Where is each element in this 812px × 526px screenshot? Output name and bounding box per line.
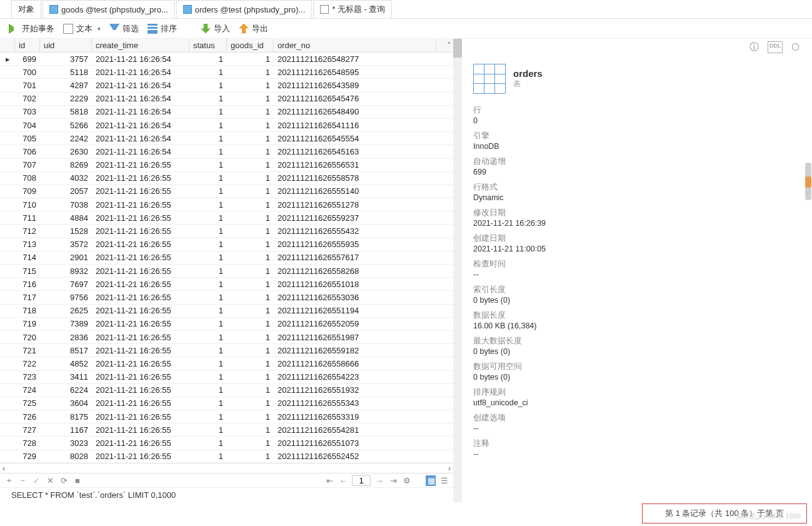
cell-uid[interactable]: 4032 — [40, 172, 92, 185]
sort-button[interactable]: 排序 — [148, 23, 177, 34]
cell-create-time[interactable]: 2021-11-21 16:26:55 — [92, 318, 189, 330]
cell-status[interactable]: 1 — [189, 278, 227, 290]
cell-order-no[interactable]: 202111211626545554 — [274, 132, 436, 144]
cell-id[interactable]: 728 — [15, 437, 40, 449]
cell-create-time[interactable]: 2021-11-21 16:26:54 — [92, 119, 189, 131]
table-row[interactable]: 703 5818 2021-11-21 16:26:54 1 1 2021112… — [0, 106, 453, 119]
table-row[interactable]: ▸ 699 3757 2021-11-21 16:26:54 1 1 20211… — [0, 53, 453, 66]
cell-status[interactable]: 1 — [189, 145, 227, 158]
add-row-button[interactable]: ＋ — [4, 475, 14, 486]
cell-goods-id[interactable]: 1 — [227, 172, 274, 185]
cell-order-no[interactable]: 202111211626554281 — [274, 423, 436, 436]
table-row[interactable]: 715 8932 2021-11-21 16:26:55 1 1 2021112… — [0, 265, 453, 278]
cell-status[interactable]: 1 — [189, 172, 227, 185]
right-scrollbar[interactable] — [805, 163, 811, 200]
table-row[interactable]: 729 8028 2021-11-21 16:26:55 1 1 2021112… — [0, 450, 453, 463]
cell-goods-id[interactable]: 1 — [227, 331, 274, 343]
cell-uid[interactable]: 9756 — [40, 291, 92, 303]
cell-create-time[interactable]: 2021-11-21 16:26:55 — [92, 397, 189, 410]
cell-order-no[interactable]: 202111211626559182 — [274, 344, 436, 357]
table-row[interactable]: 700 5118 2021-11-21 16:26:54 1 1 2021112… — [0, 66, 453, 79]
cell-order-no[interactable]: 202111211626555935 — [274, 238, 436, 251]
cell-goods-id[interactable]: 1 — [227, 225, 274, 237]
cell-create-time[interactable]: 2021-11-21 16:26:55 — [92, 238, 189, 251]
table-row[interactable]: 702 2229 2021-11-21 16:26:54 1 1 2021112… — [0, 93, 453, 106]
cell-goods-id[interactable]: 1 — [227, 198, 274, 211]
cell-order-no[interactable]: 202111211626551018 — [274, 278, 436, 290]
cell-goods-id[interactable]: 1 — [227, 79, 274, 91]
cell-status[interactable]: 1 — [189, 66, 227, 78]
horizontal-scrollbar[interactable]: ‹› — [0, 463, 453, 473]
tab[interactable]: 对象 — [11, 0, 41, 18]
prev-page-button[interactable]: ← — [338, 476, 348, 485]
cell-goods-id[interactable]: 1 — [227, 450, 274, 463]
cell-uid[interactable]: 2242 — [40, 132, 92, 144]
cell-status[interactable]: 1 — [189, 211, 227, 224]
cell-create-time[interactable]: 2021-11-21 16:26:55 — [92, 172, 189, 185]
cell-status[interactable]: 1 — [189, 251, 227, 264]
cell-status[interactable]: 1 — [189, 371, 227, 383]
cell-create-time[interactable]: 2021-11-21 16:26:55 — [92, 278, 189, 290]
cell-id[interactable]: 720 — [15, 331, 40, 343]
cell-create-time[interactable]: 2021-11-21 16:26:55 — [92, 423, 189, 436]
cell-id[interactable]: 709 — [15, 185, 40, 198]
cell-uid[interactable]: 4884 — [40, 211, 92, 224]
cell-create-time[interactable]: 2021-11-21 16:26:54 — [92, 93, 189, 105]
cell-create-time[interactable]: 2021-11-21 16:26:55 — [92, 251, 189, 264]
cell-order-no[interactable]: 202111211626551932 — [274, 384, 436, 397]
table-row[interactable]: 720 2836 2021-11-21 16:26:55 1 1 2021112… — [0, 331, 453, 344]
cell-goods-id[interactable]: 1 — [227, 119, 274, 131]
table-row[interactable]: 717 9756 2021-11-21 16:26:55 1 1 2021112… — [0, 291, 453, 304]
cell-order-no[interactable]: 202111211626545476 — [274, 93, 436, 105]
cell-order-no[interactable]: 202111211626541116 — [274, 119, 436, 131]
table-row[interactable]: 704 5266 2021-11-21 16:26:54 1 1 2021112… — [0, 119, 453, 132]
cell-id[interactable]: 727 — [15, 423, 40, 436]
cell-uid[interactable]: 2625 — [40, 305, 92, 317]
cell-goods-id[interactable]: 1 — [227, 159, 274, 171]
cell-create-time[interactable]: 2021-11-21 16:26:55 — [92, 344, 189, 357]
cell-create-time[interactable]: 2021-11-21 16:26:54 — [92, 79, 189, 91]
cell-uid[interactable]: 2836 — [40, 331, 92, 343]
cell-status[interactable]: 1 — [189, 132, 227, 144]
col-order-no[interactable]: order_no — [274, 39, 436, 52]
cell-goods-id[interactable]: 1 — [227, 318, 274, 330]
cell-uid[interactable]: 1528 — [40, 225, 92, 237]
cell-create-time[interactable]: 2021-11-21 16:26:55 — [92, 291, 189, 303]
cell-order-no[interactable]: 202111211626548277 — [274, 53, 436, 65]
cell-create-time[interactable]: 2021-11-21 16:26:54 — [92, 106, 189, 118]
cell-goods-id[interactable]: 1 — [227, 185, 274, 198]
cell-goods-id[interactable]: 1 — [227, 251, 274, 264]
cell-status[interactable]: 1 — [189, 238, 227, 251]
col-uid[interactable]: uid — [40, 39, 92, 52]
last-page-button[interactable]: ⇥ — [388, 476, 398, 485]
cell-order-no[interactable]: 202111211626553319 — [274, 410, 436, 423]
cell-id[interactable]: 702 — [15, 93, 40, 105]
cell-id[interactable]: 724 — [15, 384, 40, 397]
cell-status[interactable]: 1 — [189, 119, 227, 131]
cell-uid[interactable]: 6224 — [40, 384, 92, 397]
table-row[interactable]: 701 4287 2021-11-21 16:26:54 1 1 2021112… — [0, 79, 453, 92]
cell-status[interactable]: 1 — [189, 185, 227, 198]
cell-goods-id[interactable]: 1 — [227, 397, 274, 410]
cell-goods-id[interactable]: 1 — [227, 384, 274, 397]
next-page-button[interactable]: → — [374, 476, 384, 485]
cell-id[interactable]: 710 — [15, 198, 40, 211]
cell-goods-id[interactable]: 1 — [227, 106, 274, 118]
table-row[interactable]: 707 8269 2021-11-21 16:26:55 1 1 2021112… — [0, 159, 453, 172]
cell-uid[interactable]: 3411 — [40, 371, 92, 383]
col-goods-id[interactable]: goods_id — [227, 39, 274, 52]
cell-goods-id[interactable]: 1 — [227, 93, 274, 105]
cell-status[interactable]: 1 — [189, 159, 227, 171]
cell-status[interactable]: 1 — [189, 410, 227, 423]
cell-uid[interactable]: 3757 — [40, 53, 92, 65]
cell-id[interactable]: 714 — [15, 251, 40, 264]
cell-uid[interactable]: 2630 — [40, 145, 92, 158]
cell-id[interactable]: 713 — [15, 238, 40, 251]
cell-create-time[interactable]: 2021-11-21 16:26:54 — [92, 132, 189, 144]
cell-id[interactable]: 729 — [15, 450, 40, 463]
cell-status[interactable]: 1 — [189, 423, 227, 436]
cell-order-no[interactable]: 202111211626555140 — [274, 185, 436, 198]
cell-id[interactable]: 699 — [15, 53, 40, 65]
cell-id[interactable]: 717 — [15, 291, 40, 303]
cell-uid[interactable]: 4852 — [40, 357, 92, 370]
